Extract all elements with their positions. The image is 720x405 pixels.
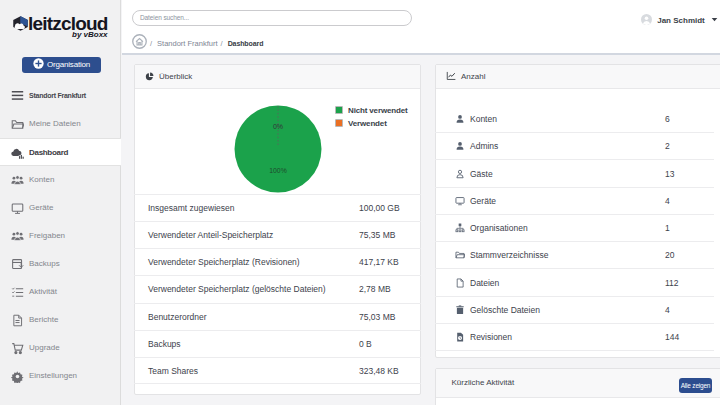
svg-text:0%: 0%	[273, 123, 283, 130]
svg-text:100%: 100%	[269, 167, 286, 174]
